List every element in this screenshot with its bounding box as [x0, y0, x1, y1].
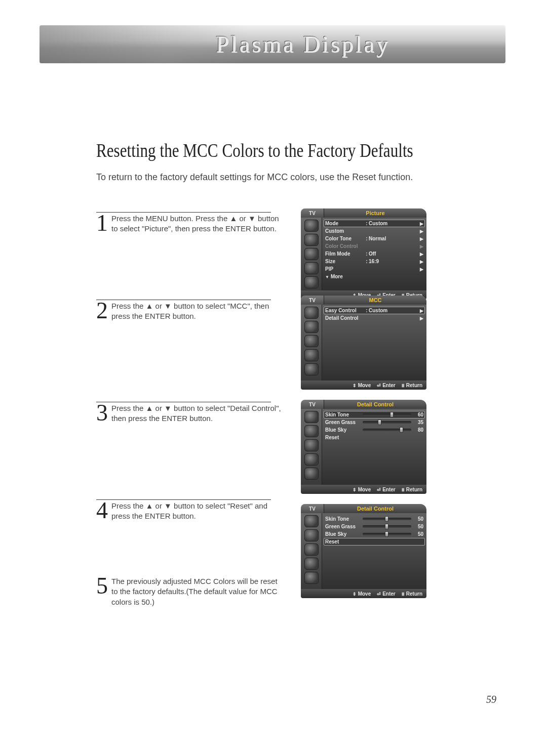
slider-value: 80 [413, 427, 423, 433]
chevron-right-icon: ▶ [418, 236, 423, 241]
osd-tv-tab: TV [301, 504, 324, 513]
menu-row[interactable]: More [325, 273, 423, 280]
row-label: Mode [325, 221, 365, 226]
menu-row[interactable]: Detail Control▶ [325, 314, 423, 322]
sidebar-icon [304, 363, 319, 375]
sidebar-icon [304, 572, 319, 584]
row-label: Easy Control [325, 308, 365, 313]
slider-row[interactable]: Blue Sky50 [325, 530, 423, 538]
row-label: Color Tone [325, 236, 365, 241]
slider-label: Green Grass [325, 419, 361, 425]
slider-track[interactable] [363, 421, 411, 424]
chevron-right-icon: ▶ [418, 259, 423, 264]
menu-row[interactable]: Custom▶ [325, 227, 423, 235]
osd-tv-tab: TV [301, 400, 324, 409]
reset-row[interactable]: Reset [325, 434, 423, 441]
row-label: Detail Control [325, 315, 365, 321]
footer-enter: Enter [377, 383, 396, 388]
menu-row[interactable]: Color Tone:Normal▶ [325, 235, 423, 242]
step-text: Press the ▲ or ▼ button to select "MCC",… [111, 301, 284, 322]
chevron-right-icon: ▶ [418, 267, 423, 272]
osd-tv-tab: TV [301, 208, 324, 218]
menu-row[interactable]: Easy Control:Custom▶ [324, 307, 425, 314]
slider-thumb[interactable] [390, 412, 394, 417]
sidebar-icon [304, 558, 319, 570]
slider-row[interactable]: Skin Tone50 [325, 515, 423, 523]
osd-footer: Move Enter Return [301, 381, 426, 390]
sidebar-icon [304, 262, 319, 274]
sidebar-icon [304, 349, 319, 361]
chevron-right-icon: ▶ [418, 308, 423, 313]
chevron-right-icon: ▶ [418, 244, 423, 249]
slider-thumb[interactable] [400, 427, 403, 433]
osd-detail-before: TV Detail Control Skin Tone60Green Grass… [301, 400, 426, 494]
slider-thumb[interactable] [385, 524, 388, 529]
step-number: 5 [96, 575, 108, 596]
slider-row[interactable]: Skin Tone60 [324, 411, 425, 418]
osd-sidebar [301, 513, 322, 589]
footer-move: Move [353, 591, 371, 597]
slider-value: 50 [413, 531, 423, 537]
chevron-right-icon: ▶ [418, 316, 423, 321]
slider-thumb[interactable] [385, 516, 388, 522]
row-colon: : [365, 259, 369, 264]
row-value: Custom [369, 221, 418, 226]
step-number: 2 [96, 300, 108, 321]
slider-label: Green Grass [325, 524, 361, 529]
osd-menu: Easy Control:Custom▶Detail Control▶ [322, 305, 426, 381]
row-value: Normal [369, 236, 418, 241]
slider-value: 50 [413, 524, 423, 529]
sidebar-icon [304, 248, 319, 260]
osd-title: Picture [324, 208, 426, 218]
sidebar-icon [304, 276, 319, 288]
slider-track[interactable] [363, 533, 411, 535]
osd-sidebar [301, 305, 322, 381]
step-number: 1 [96, 213, 108, 233]
slider-label: Skin Tone [325, 412, 361, 417]
reset-row[interactable]: Reset [324, 538, 425, 545]
header-banner: Plasma Display [40, 25, 505, 63]
slider-track[interactable] [363, 413, 411, 416]
slider-track[interactable] [363, 429, 411, 431]
chevron-right-icon: ▶ [418, 251, 423, 257]
slider-row[interactable]: Blue Sky80 [325, 426, 423, 434]
osd-sidebar [301, 409, 322, 485]
footer-return: Return [402, 487, 422, 492]
slider-thumb[interactable] [378, 419, 381, 425]
sidebar-icon [304, 543, 319, 556]
menu-row[interactable]: Size:16:9▶ [325, 258, 423, 265]
row-label: Color Control [325, 243, 365, 249]
osd-title: Detail Control [324, 400, 426, 409]
sidebar-icon [304, 234, 319, 246]
osd-menu: Mode:Custom▶Custom▶Color Tone:Normal▶Col… [322, 218, 426, 290]
osd-mcc: TV MCC Easy Control:Custom▶Detail Contro… [301, 296, 426, 390]
sidebar-icon [304, 515, 319, 527]
row-value: Custom [369, 308, 418, 313]
intro-text: To return to the factory default setting… [96, 172, 413, 183]
step-5: 5 The previously adjusted MCC Colors wil… [96, 574, 284, 607]
sidebar-icon [304, 439, 319, 451]
footer-return: Return [402, 591, 422, 597]
row-label: Custom [325, 228, 365, 234]
osd-picture: TV Picture Mode:Custom▶Custom▶Color Tone… [301, 208, 426, 300]
row-colon: : [365, 251, 369, 257]
slider-track[interactable] [363, 525, 411, 528]
row-colon: : [365, 236, 369, 241]
step-text: Press the ▲ or ▼ button to select "Detai… [111, 403, 284, 424]
step-4: 4 Press the ▲ or ▼ button to select "Res… [96, 497, 284, 522]
menu-row[interactable]: PIP▶ [325, 265, 423, 273]
menu-row[interactable]: Film Mode:Off▶ [325, 250, 423, 258]
step-1: 1 Press the MENU button. Press the ▲ or … [96, 210, 284, 234]
slider-row[interactable]: Green Grass35 [325, 418, 423, 426]
slider-value: 35 [413, 419, 423, 425]
slider-thumb[interactable] [385, 531, 388, 537]
row-label: More [325, 274, 365, 279]
slider-value: 60 [413, 412, 423, 417]
slider-label: Skin Tone [325, 516, 361, 522]
step-text: The previously adjusted MCC Colors will … [111, 576, 284, 607]
osd-sidebar [301, 218, 322, 290]
menu-row[interactable]: Mode:Custom▶ [324, 220, 425, 227]
slider-track[interactable] [363, 518, 411, 520]
menu-row[interactable]: Color Control▶ [325, 242, 423, 250]
slider-row[interactable]: Green Grass50 [325, 523, 423, 530]
